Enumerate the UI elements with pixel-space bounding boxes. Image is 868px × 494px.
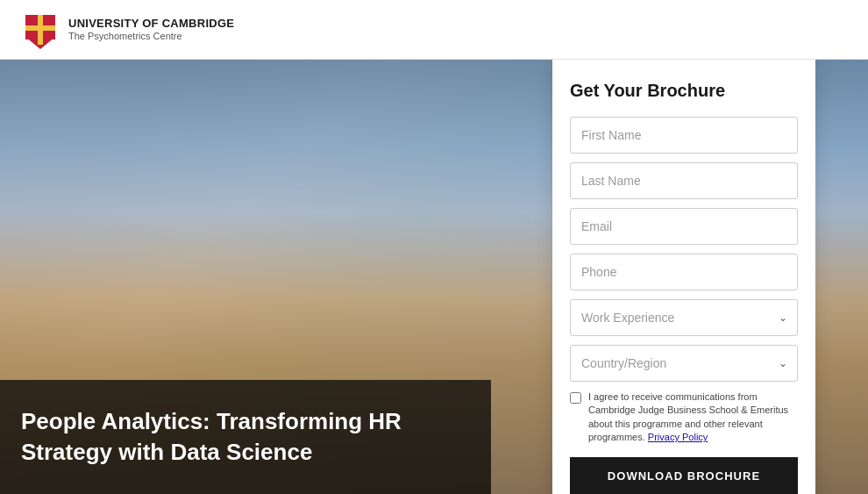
university-subtitle: The Psychometrics Centre xyxy=(68,31,234,42)
svg-rect-7 xyxy=(44,31,55,39)
privacy-policy-link[interactable]: Privacy Policy xyxy=(648,432,708,442)
email-input[interactable] xyxy=(570,208,798,245)
header: UNIVERSITY OF CAMBRIDGE The Psychometric… xyxy=(0,0,868,60)
university-name: UNIVERSITY OF CAMBRIDGE xyxy=(68,17,234,31)
download-brochure-button[interactable]: DOWNLOAD BROCHURE xyxy=(570,457,798,494)
first-name-input[interactable] xyxy=(570,117,798,154)
consent-checkbox-row: I agree to receive communications from C… xyxy=(570,390,798,445)
brochure-form-panel: Get Your Brochure Work Experience 0-2 ye… xyxy=(552,60,815,494)
hero-text-overlay: People Analytics: Transforming HR Strate… xyxy=(0,380,491,494)
cambridge-shield-icon xyxy=(21,11,60,49)
phone-input[interactable] xyxy=(570,254,798,290)
logo-area: UNIVERSITY OF CAMBRIDGE The Psychometric… xyxy=(21,11,234,49)
country-region-wrapper: Country/Region United Kingdom United Sta… xyxy=(570,345,798,382)
work-experience-select[interactable]: Work Experience 0-2 years 3-5 years 6-10… xyxy=(570,299,798,336)
svg-rect-4 xyxy=(25,15,37,25)
svg-rect-6 xyxy=(25,31,37,39)
svg-rect-3 xyxy=(25,25,55,31)
hero-section: People Analytics: Transforming HR Strate… xyxy=(0,60,868,494)
consent-label[interactable]: I agree to receive communications from C… xyxy=(588,390,798,445)
country-region-select[interactable]: Country/Region United Kingdom United Sta… xyxy=(570,345,798,382)
work-experience-wrapper: Work Experience 0-2 years 3-5 years 6-10… xyxy=(570,299,798,336)
logo-text-block: UNIVERSITY OF CAMBRIDGE The Psychometric… xyxy=(68,17,234,42)
consent-checkbox[interactable] xyxy=(570,392,581,404)
hero-title: People Analytics: Transforming HR Strate… xyxy=(21,406,470,468)
last-name-input[interactable] xyxy=(570,162,798,199)
form-title: Get Your Brochure xyxy=(570,81,798,101)
svg-rect-5 xyxy=(44,15,55,25)
